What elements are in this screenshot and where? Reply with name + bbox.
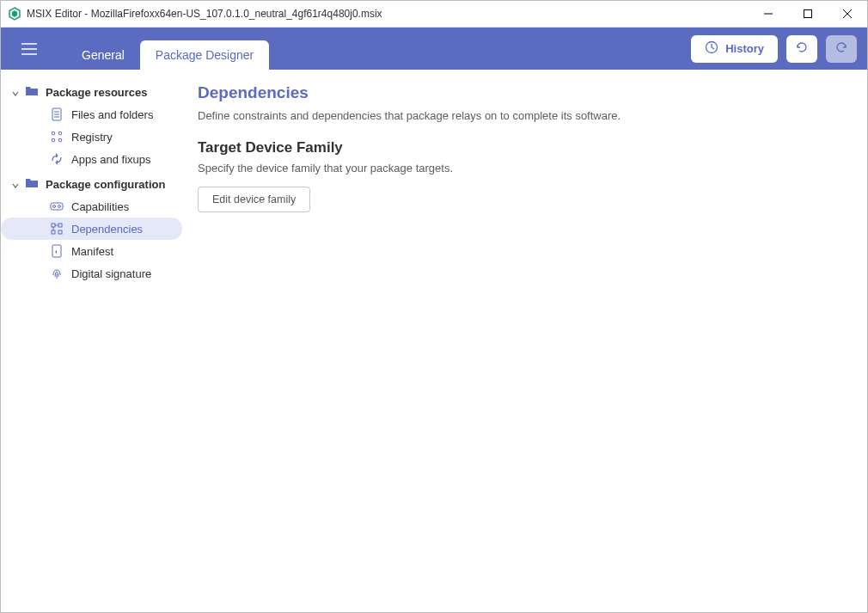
title-bar: MSIX Editor - MozillaFirefoxx64en-US_107… — [1, 1, 867, 28]
svg-point-15 — [58, 132, 62, 135]
apps-icon — [49, 153, 64, 165]
page-title: Dependencies — [198, 83, 847, 102]
minimize-button[interactable] — [749, 1, 788, 28]
navbar: General Package Designer History — [1, 28, 867, 70]
dependencies-icon — [49, 223, 64, 235]
redo-button[interactable] — [826, 35, 857, 63]
tree-group-label: Package configuration — [46, 178, 165, 191]
svg-point-20 — [58, 205, 61, 208]
redo-icon — [834, 40, 848, 57]
page-description: Define constraints and dependencies that… — [198, 109, 847, 122]
history-button[interactable]: History — [691, 35, 778, 63]
registry-icon — [49, 131, 64, 143]
window-controls — [749, 1, 867, 28]
svg-rect-22 — [58, 224, 62, 227]
close-button[interactable] — [828, 1, 867, 28]
folder-icon — [25, 177, 39, 192]
main-tabs: General Package Designer — [66, 28, 269, 70]
section-description: Specify the device family that your pack… — [198, 162, 847, 175]
sidebar: Package resources Files and folders Regi… — [1, 70, 186, 613]
tree-group-package-configuration[interactable]: Package configuration — [1, 174, 186, 195]
tree-item-files-folders[interactable]: Files and folders — [1, 103, 182, 126]
menu-button[interactable] — [15, 34, 44, 64]
svg-marker-1 — [12, 10, 17, 17]
fingerprint-icon — [49, 267, 64, 280]
tab-general[interactable]: General — [66, 40, 140, 70]
maximize-button[interactable] — [788, 1, 828, 28]
tree-item-label: Files and folders — [71, 108, 153, 121]
tree-item-label: Digital signature — [71, 267, 151, 280]
tree-item-apps-fixups[interactable]: Apps and fixups — [1, 148, 182, 170]
edit-device-family-button[interactable]: Edit device family — [198, 187, 310, 212]
tree-item-digital-signature[interactable]: Digital signature — [1, 262, 182, 285]
tree-item-label: Capabilities — [71, 200, 129, 213]
svg-point-14 — [52, 132, 55, 135]
window-title: MSIX Editor - MozillaFirefoxx64en-US_107… — [27, 8, 749, 20]
svg-rect-21 — [52, 224, 55, 227]
content-pane: Dependencies Define constraints and depe… — [186, 70, 867, 613]
app-logo-icon — [8, 7, 21, 21]
tree-item-label: Apps and fixups — [71, 153, 151, 166]
svg-rect-23 — [52, 230, 55, 234]
tree-item-manifest[interactable]: Manifest — [1, 240, 182, 262]
document-icon — [49, 107, 64, 121]
undo-button[interactable] — [786, 35, 817, 63]
tree-item-capabilities[interactable]: Capabilities — [1, 195, 182, 218]
manifest-icon — [49, 244, 64, 258]
undo-icon — [795, 40, 809, 57]
section-title: Target Device Family — [198, 139, 847, 156]
history-icon — [705, 40, 718, 57]
tree-group-label: Package resources — [46, 86, 148, 99]
tree-item-label: Registry — [71, 131, 113, 144]
svg-point-19 — [53, 205, 56, 208]
tree-item-registry[interactable]: Registry — [1, 126, 182, 148]
capabilities-icon — [49, 201, 64, 211]
tab-package-designer[interactable]: Package Designer — [140, 40, 269, 70]
tree-item-label: Manifest — [71, 245, 113, 258]
tree-item-dependencies[interactable]: Dependencies — [1, 218, 182, 240]
folder-icon — [25, 85, 39, 100]
svg-point-17 — [58, 138, 62, 142]
svg-point-16 — [52, 138, 55, 142]
chevron-down-icon — [11, 88, 21, 98]
tree-item-label: Dependencies — [71, 223, 143, 236]
tree-group-package-resources[interactable]: Package resources — [1, 82, 186, 103]
chevron-down-icon — [11, 180, 21, 190]
svg-rect-3 — [804, 10, 812, 18]
history-label: History — [725, 42, 764, 55]
svg-rect-24 — [58, 230, 62, 234]
